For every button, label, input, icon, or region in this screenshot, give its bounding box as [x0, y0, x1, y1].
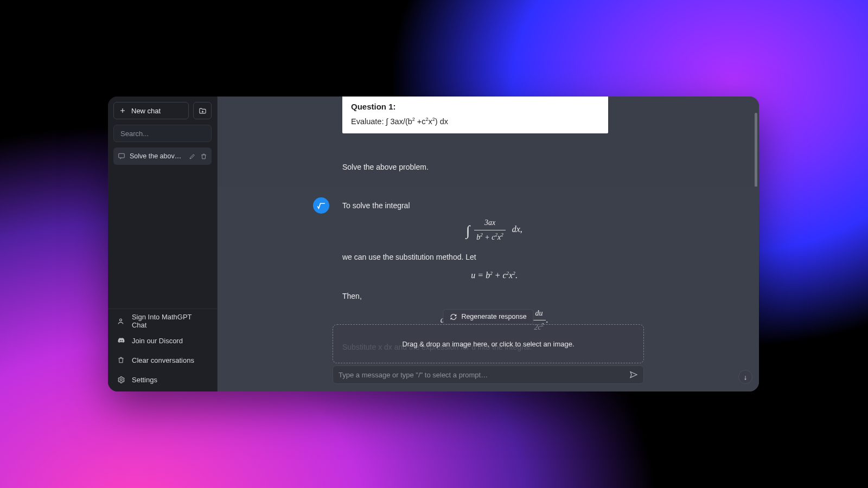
settings-button[interactable]: Settings	[108, 370, 217, 389]
discord-button[interactable]: Join our Discord	[108, 331, 217, 350]
question-expression: Evaluate: ∫ 3ax/(b2 +c2x2) dx	[351, 117, 599, 126]
assistant-line-2: we can use the substitution method. Let	[342, 251, 646, 263]
assistant-line-3: Then,	[342, 290, 646, 302]
trash-icon	[117, 356, 125, 364]
new-chat-label: New chat	[131, 107, 161, 115]
settings-label: Settings	[132, 376, 157, 384]
composer	[333, 365, 644, 384]
main-pane: ←| ←| Question 1: Evaluate: ∫ 3ax/(b2 +c…	[218, 97, 759, 391]
search-wrap	[108, 125, 217, 147]
new-folder-button[interactable]	[193, 102, 212, 119]
discord-label: Join our Discord	[132, 337, 183, 345]
regenerate-label: Regenerate response	[461, 313, 526, 320]
search-input[interactable]	[113, 125, 212, 142]
signin-label: Sign Into MathGPT Chat	[132, 313, 208, 329]
user-message: Question 1: Evaluate: ∫ 3ax/(b2 +c2x2) d…	[218, 97, 759, 187]
sidebar-top-row: New chat	[108, 97, 217, 125]
discord-icon	[117, 337, 125, 345]
svg-rect-4	[119, 153, 125, 158]
clear-label: Clear conversations	[132, 356, 194, 364]
plus-icon	[119, 107, 126, 114]
image-dropzone[interactable]: Drag & drop an image here, or click to s…	[333, 324, 644, 363]
signin-button[interactable]: Sign Into MathGPT Chat	[108, 311, 217, 331]
edit-icon[interactable]	[189, 153, 196, 160]
conversation-item[interactable]: Solve the above probl…	[113, 147, 212, 165]
user-icon	[117, 317, 125, 325]
question-prefix: Evaluate:	[351, 117, 386, 126]
conversation-title: Solve the above probl…	[130, 152, 184, 160]
folder-plus-icon	[199, 107, 207, 115]
dropzone-label: Drag & drop an image here, or click to s…	[402, 340, 574, 348]
svg-point-6	[120, 378, 122, 381]
question-card-body: Question 1: Evaluate: ∫ 3ax/(b2 +c2x2) d…	[342, 97, 608, 133]
scroll-to-bottom-button[interactable]: ↓	[738, 370, 752, 384]
chat-icon	[118, 152, 125, 160]
sidebar-spacer	[108, 165, 217, 309]
math-integral: ∫ 3ax b2 + c2x2 dx,	[342, 217, 646, 243]
user-text: Solve the above problem.	[342, 163, 759, 171]
new-chat-button[interactable]: New chat	[113, 102, 189, 119]
send-icon	[629, 370, 638, 379]
send-button[interactable]	[629, 370, 638, 379]
question-title: Question 1:	[351, 102, 599, 111]
message-input[interactable]	[339, 371, 629, 379]
arrow-down-icon: ↓	[744, 373, 748, 381]
trash-icon[interactable]	[200, 153, 207, 160]
conversation-list: Solve the above probl…	[108, 147, 217, 165]
svg-point-5	[120, 319, 122, 321]
refresh-icon	[450, 313, 457, 320]
desktop-background: New chat Solve the above probl…	[0, 0, 868, 488]
gear-icon	[117, 376, 125, 384]
assistant-avatar	[313, 197, 329, 214]
question-math: ∫ 3ax/(b2 +c2x2) dx	[386, 117, 449, 126]
math-substitution: u = b2 + c2x2.	[342, 268, 646, 282]
sidebar-footer: Sign Into MathGPT Chat Join our Discord …	[108, 309, 217, 391]
clear-conversations-button[interactable]: Clear conversations	[108, 350, 217, 370]
assistant-line-1: To solve the integral	[342, 200, 646, 211]
sidebar: New chat Solve the above probl…	[108, 97, 218, 391]
question-card: Question 1: Evaluate: ∫ 3ax/(b2 +c2x2) d…	[342, 97, 608, 133]
app-window: New chat Solve the above probl…	[108, 97, 759, 391]
regenerate-button[interactable]: Regenerate response	[443, 309, 533, 324]
sqrt-icon	[316, 201, 326, 210]
